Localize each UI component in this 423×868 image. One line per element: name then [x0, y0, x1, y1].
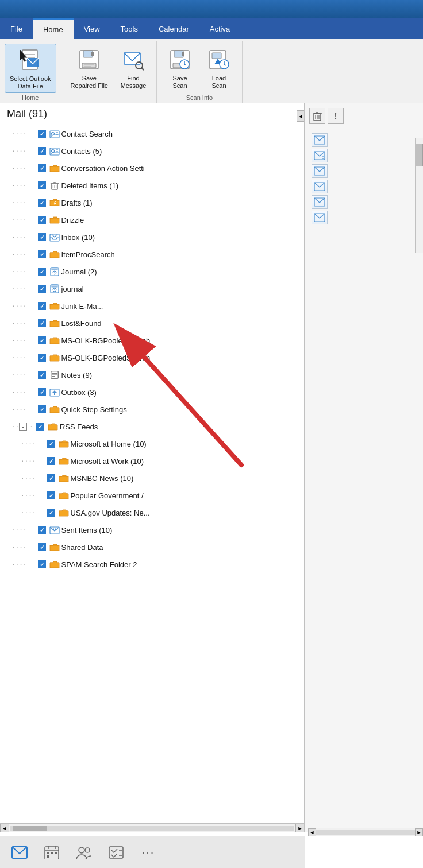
- checkbox-notes[interactable]: [38, 371, 46, 379]
- scroll-right-button[interactable]: ►: [295, 824, 305, 833]
- contacts-icon-2: [49, 146, 60, 156]
- tree-item-msnbc[interactable]: ···· MSNBC News (10): [0, 470, 304, 487]
- tree-item-journal[interactable]: ···· Journal (2): [0, 263, 304, 280]
- email-action-6[interactable]: [312, 211, 328, 224]
- menu-view[interactable]: View: [74, 18, 110, 39]
- checkbox-quickstep[interactable]: [38, 405, 46, 413]
- select-outlook-file-button[interactable]: Select OutlookData File: [5, 44, 56, 93]
- checkbox-journal2[interactable]: [38, 285, 46, 293]
- tree-item-journal2[interactable]: ···· journal_: [0, 280, 304, 297]
- tree-item-inbox[interactable]: ···· Inbox (10): [0, 228, 304, 246]
- tree-item-conversation[interactable]: ···· Conversation Action Setti: [0, 160, 304, 177]
- horizontal-scrollbar[interactable]: ◄ ►: [0, 823, 305, 832]
- nav-tasks[interactable]: [101, 840, 131, 865]
- trash-button[interactable]: [309, 108, 325, 124]
- tree-item-junk[interactable]: ···· Junk E-Ma...: [0, 297, 304, 315]
- folder-msolk2-icon: [49, 353, 60, 362]
- tree-item-outbox[interactable]: ···· Outbox (3): [0, 383, 304, 401]
- tree-item-drafts[interactable]: ···· Drafts (1): [0, 194, 304, 211]
- checkbox-popular-govt[interactable]: [47, 491, 55, 499]
- load-scan-button[interactable]: LoadScan: [201, 44, 237, 92]
- folder-lost-icon: [49, 319, 60, 328]
- label-junk: Junk E-Ma...: [61, 302, 103, 311]
- nav-more[interactable]: ···: [133, 840, 163, 865]
- tree-item-itemproc[interactable]: ···· ItemProcSearch: [0, 246, 304, 263]
- checkbox-lost[interactable]: [38, 319, 46, 327]
- rss-expand-btn[interactable]: -: [19, 423, 27, 431]
- scroll-thumb[interactable]: [13, 826, 47, 831]
- checkbox-journal[interactable]: [38, 268, 46, 276]
- menu-tools[interactable]: Tools: [110, 18, 148, 39]
- scroll-right-btn-right[interactable]: ►: [415, 828, 423, 836]
- save-repaired-file-button[interactable]: SaveRepaired File: [66, 44, 113, 92]
- scroll-left-btn-right[interactable]: ◄: [308, 828, 316, 836]
- email-action-4[interactable]: [312, 180, 328, 193]
- menu-home[interactable]: Home: [33, 18, 74, 39]
- checkbox-inbox[interactable]: [38, 233, 46, 241]
- checkbox-sent[interactable]: [38, 526, 46, 534]
- menu-activa[interactable]: Activa: [199, 18, 240, 39]
- checkbox-spam[interactable]: [38, 560, 46, 568]
- collapse-panel-button[interactable]: ◄: [297, 110, 305, 122]
- tree-item-spam[interactable]: ···· SPAM Search Folder 2: [0, 556, 304, 573]
- tree-item-popular-govt[interactable]: ···· Popular Government /: [0, 487, 304, 504]
- tree-item-quickstep[interactable]: ···· Quick Step Settings: [0, 401, 304, 418]
- tree-item-msolk1[interactable]: ···· MS-OLK-BGPooledSearch: [0, 332, 304, 349]
- nav-mail[interactable]: [5, 840, 34, 865]
- tree-item-contact-search[interactable]: ···· Contact Search: [0, 125, 304, 142]
- tree-item-contacts[interactable]: ···· Contacts (5): [0, 142, 304, 160]
- checkbox-junk[interactable]: [38, 302, 46, 310]
- save-repaired-label: SaveRepaired File: [71, 75, 108, 90]
- tree-item-rss[interactable]: ·· - · RSS Feeds: [0, 418, 304, 435]
- people-nav-icon: [76, 846, 92, 859]
- tree-item-shared[interactable]: ···· Shared Data: [0, 538, 304, 556]
- email-action-1[interactable]: [312, 133, 328, 147]
- email-action-3[interactable]: [312, 164, 328, 178]
- checkbox-deleted[interactable]: [38, 181, 46, 189]
- svg-rect-19: [182, 52, 184, 56]
- checkbox-msnbc[interactable]: [47, 474, 55, 482]
- checkbox-ms-work[interactable]: [47, 457, 55, 465]
- checkbox-contacts[interactable]: [38, 147, 46, 155]
- tree-item-lost[interactable]: ···· Lost&Found: [0, 315, 304, 332]
- label-ms-home: Microsoft at Home (10): [71, 440, 147, 448]
- folder-junk-icon: [49, 301, 60, 311]
- menu-calendar[interactable]: Calendar: [148, 18, 199, 39]
- checkbox-msolk1[interactable]: [38, 336, 46, 344]
- right-scrollbar-thumb[interactable]: [416, 144, 423, 166]
- checkbox-contact-search[interactable]: [38, 130, 46, 138]
- checkbox-shared[interactable]: [38, 543, 46, 551]
- checkbox-rss[interactable]: [36, 423, 44, 431]
- tree-item-notes[interactable]: ···· Notes (9): [0, 366, 304, 383]
- tree-item-ms-home[interactable]: ···· Microsoft at Home (10): [0, 435, 304, 452]
- checkbox-ms-home[interactable]: [47, 440, 55, 448]
- email-action-5[interactable]: [312, 195, 328, 209]
- label-spam: SPAM Search Folder 2: [61, 560, 137, 569]
- tree-item-ms-work[interactable]: ···· Microsoft at Work (10): [0, 452, 304, 470]
- email-action-2[interactable]: [312, 149, 328, 162]
- checkbox-itemproc[interactable]: [38, 250, 46, 258]
- checkbox-usagov[interactable]: [47, 509, 55, 517]
- tree-item-msolk2[interactable]: ···· MS-OLK-BGPooledSearch: [0, 349, 304, 366]
- tree-item-usagov[interactable]: ···· USA.gov Updates: Ne...: [0, 504, 304, 521]
- tree-item-deleted[interactable]: ···· Deleted Items (1): [0, 177, 304, 194]
- checkbox-conversation[interactable]: [38, 164, 46, 172]
- select-file-icon: [17, 46, 44, 74]
- save-scan-button[interactable]: SaveScan: [161, 44, 198, 92]
- bottom-right-scrollbar[interactable]: ◄ ►: [308, 828, 423, 836]
- nav-people[interactable]: [69, 840, 99, 865]
- folder-tree[interactable]: ···· Contact Search ····: [0, 125, 304, 823]
- right-panel-scrollbar[interactable]: [415, 138, 423, 253]
- tree-item-drizzle[interactable]: ···· Drizzle: [0, 211, 304, 228]
- checkbox-drizzle[interactable]: [38, 216, 46, 224]
- menu-file[interactable]: File: [0, 18, 33, 39]
- nav-calendar[interactable]: [37, 840, 67, 865]
- checkbox-msolk2[interactable]: [38, 354, 46, 362]
- checkbox-outbox[interactable]: [38, 388, 46, 396]
- left-panel: Mail (91) ◄ ····: [0, 103, 305, 832]
- checkbox-drafts[interactable]: [38, 199, 46, 207]
- tree-item-sent[interactable]: ···· Sent Items (10): [0, 521, 304, 538]
- find-message-button[interactable]: FindMessage: [115, 44, 152, 92]
- scroll-left-button[interactable]: ◄: [0, 824, 9, 833]
- exclamation-button[interactable]: !: [328, 108, 344, 124]
